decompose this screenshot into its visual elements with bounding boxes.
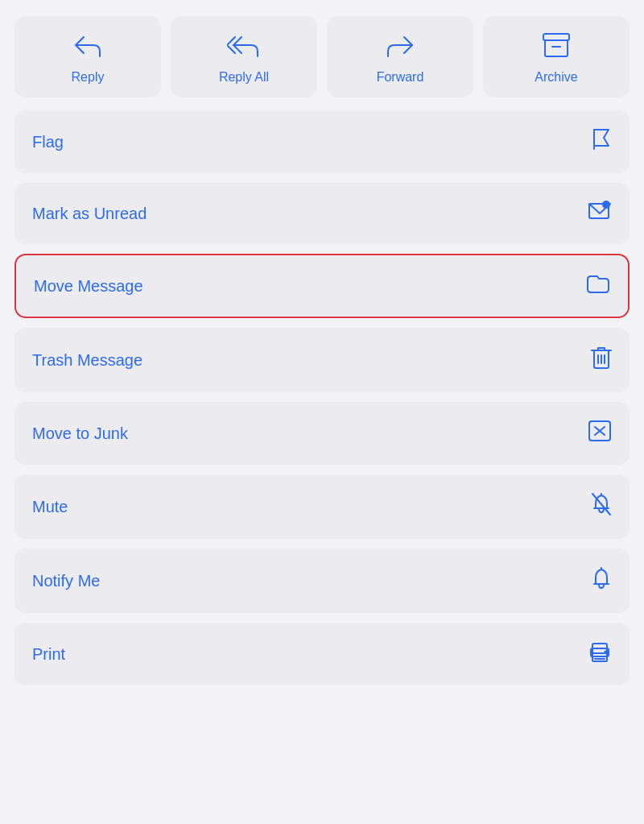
archive-icon bbox=[542, 32, 571, 62]
move-message-label: Move Message bbox=[34, 277, 143, 296]
reply-all-icon bbox=[227, 32, 261, 62]
flag-icon bbox=[591, 128, 612, 155]
forward-button[interactable]: Forward bbox=[327, 16, 473, 97]
svg-rect-0 bbox=[543, 34, 569, 40]
archive-label: Archive bbox=[535, 70, 577, 85]
flag-label: Flag bbox=[32, 133, 64, 151]
mark-unread-icon bbox=[588, 201, 612, 226]
notify-me-label: Notify Me bbox=[32, 572, 100, 590]
move-junk-menu-item[interactable]: Move to Junk bbox=[14, 402, 630, 465]
print-label: Print bbox=[32, 645, 65, 664]
trash-message-menu-item[interactable]: Trash Message bbox=[14, 328, 630, 392]
mute-icon bbox=[591, 492, 612, 521]
mark-unread-label: Mark as Unread bbox=[32, 205, 147, 223]
trash-icon bbox=[591, 346, 612, 375]
forward-label: Forward bbox=[377, 70, 424, 85]
notify-icon bbox=[591, 566, 612, 595]
reply-label: Reply bbox=[72, 70, 105, 85]
mark-unread-menu-item[interactable]: Mark as Unread bbox=[14, 183, 630, 244]
move-junk-icon bbox=[588, 420, 612, 447]
reply-icon bbox=[72, 32, 103, 62]
svg-point-3 bbox=[602, 201, 610, 209]
mute-menu-item[interactable]: Mute bbox=[14, 474, 630, 539]
reply-all-label: Reply All bbox=[219, 70, 269, 85]
reply-all-button[interactable]: Reply All bbox=[171, 16, 317, 97]
notify-me-menu-item[interactable]: Notify Me bbox=[14, 549, 630, 613]
print-icon bbox=[588, 640, 612, 668]
move-message-icon bbox=[586, 273, 610, 299]
move-junk-label: Move to Junk bbox=[32, 424, 128, 443]
menu-list: Flag Mark as Unread Move Message bbox=[14, 110, 630, 685]
trash-message-label: Trash Message bbox=[32, 351, 142, 370]
top-action-grid: Reply Reply All Forward bbox=[14, 16, 630, 97]
flag-menu-item[interactable]: Flag bbox=[14, 110, 630, 173]
move-message-menu-item[interactable]: Move Message bbox=[14, 254, 630, 318]
print-menu-item[interactable]: Print bbox=[14, 623, 630, 685]
reply-button[interactable]: Reply bbox=[14, 16, 161, 97]
mute-label: Mute bbox=[32, 498, 68, 516]
forward-icon bbox=[385, 32, 415, 62]
svg-point-17 bbox=[605, 651, 607, 653]
archive-button[interactable]: Archive bbox=[483, 16, 630, 97]
